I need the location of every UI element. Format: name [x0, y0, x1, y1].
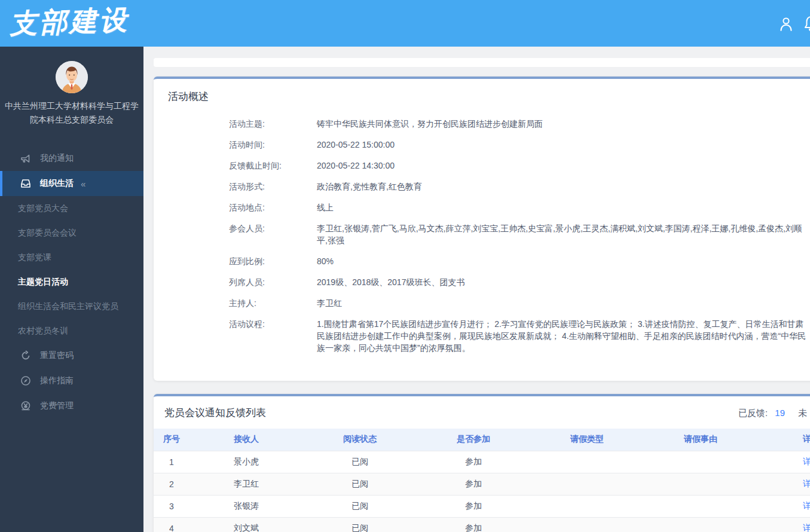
submenu-item-rural-winter-training[interactable]: 农村党员冬训 [0, 319, 143, 343]
main-content: 活动概述 活动主题: 铸牢中华民族共同体意识，努力开创民族团结进步创建新局面 活… [143, 47, 810, 532]
submenu-item-committee-meeting[interactable]: 支部委员会会议 [0, 221, 143, 245]
field-value: 李卫红,张银涛,菅广飞,马欣,马文杰,薛立萍,刘宝宝,王帅杰,史宝富,景小虎,王… [317, 222, 809, 246]
inbox-icon [20, 178, 32, 189]
header-cell-read-status: 阅读状态 [303, 429, 417, 451]
field-label: 活动形式: [229, 181, 317, 192]
field-value: 2019级、2018级、2017级班长、团支书 [317, 276, 809, 288]
submenu-item-label: 支部党课 [18, 252, 51, 263]
field-row-feedback-deadline: 反馈截止时间: 2020-05-22 14:30:00 [229, 160, 809, 172]
cell-no: 4 [154, 517, 189, 532]
sidebar: 中共兰州理工大学材料科学与工程学院本科生总支部委员会 我的通知 组织生活 « 支… [0, 47, 143, 532]
org-name: 中共兰州理工大学材料科学与工程学院本科生总支部委员会 [5, 99, 139, 127]
field-value: 线上 [317, 201, 809, 213]
menu-item-label: 党费管理 [40, 400, 74, 411]
field-label: 应到比例: [229, 255, 317, 267]
menu-item-my-notifications[interactable]: 我的通知 [0, 146, 143, 171]
field-label: 列席人员: [229, 276, 317, 288]
submenu-item-label: 组织生活会和民主评议党员 [18, 301, 118, 312]
submenu-item-label: 支部委员会会议 [18, 228, 77, 239]
cell-read-status: 已阅 [303, 495, 417, 517]
field-label: 活动时间: [229, 139, 317, 151]
cell-leave-type [530, 517, 644, 532]
header-cell-detail: 详情 [757, 429, 810, 451]
menu-item-org-life[interactable]: 组织生活 « [0, 171, 143, 196]
cell-attend: 参加 [417, 517, 530, 532]
menu-item-user-guide[interactable]: 操作指南 [0, 368, 143, 393]
submenu-item-branch-member-meeting[interactable]: 支部党员大会 [0, 196, 143, 221]
submenu-item-label: 主题党日活动 [18, 277, 68, 288]
collapse-icon[interactable]: « [81, 179, 84, 189]
field-row-time: 活动时间: 2020-05-22 15:00:00 [229, 139, 809, 151]
cell-receiver: 张银涛 [189, 495, 303, 517]
cell-receiver: 景小虎 [189, 451, 303, 473]
user-icon[interactable] [779, 16, 793, 33]
feedback-pending-label: 未 [798, 408, 807, 418]
table-row: 1 景小虎 已阅 参加 详情 [154, 451, 810, 473]
header-cell-leave-type: 请假类型 [530, 429, 644, 451]
submenu-item-branch-lecture[interactable]: 支部党课 [0, 245, 143, 270]
detail-link[interactable]: 详情 [803, 501, 810, 510]
overview-fields: 活动主题: 铸牢中华民族共同体意识，努力开创民族团结进步创建新局面 活动时间: … [168, 118, 809, 354]
feedback-done-label: 已反馈: [738, 408, 768, 418]
app-header: 支部建设 [0, 0, 810, 47]
cell-leave-type [530, 495, 644, 517]
detail-link[interactable]: 详情 [803, 479, 810, 488]
feedback-title: 党员会议通知反馈列表 [154, 406, 810, 420]
field-row-topic: 活动主题: 铸牢中华民族共同体意识，努力开创民族团结进步创建新局面 [229, 118, 809, 130]
table-row: 3 张银涛 已阅 参加 详情 [154, 495, 810, 517]
header-cell-no: 序号 [154, 429, 189, 451]
cell-leave-type [530, 451, 644, 473]
table-row: 4 刘文斌 已阅 参加 详情 [154, 517, 810, 532]
cell-attend: 参加 [417, 451, 530, 473]
field-value: 2020-05-22 14:30:00 [317, 160, 809, 172]
avatar [56, 61, 88, 93]
sidebar-menu: 我的通知 组织生活 « 支部党员大会 支部委员会会议 支部党课 主题党日活动 组… [0, 146, 143, 418]
submenu-item-theme-party-day[interactable]: 主题党日活动 [0, 270, 143, 294]
detail-link[interactable]: 详情 [803, 457, 810, 466]
megaphone-icon [20, 153, 32, 164]
field-row-observers: 列席人员: 2019级、2018级、2017级班长、团支书 [229, 276, 809, 288]
menu-item-label: 我的通知 [40, 153, 74, 164]
field-label: 活动议程: [229, 318, 317, 354]
submenu-item-label: 支部党员大会 [18, 203, 68, 214]
field-label: 活动地点: [229, 201, 317, 213]
field-label: 反馈截止时间: [229, 160, 317, 172]
field-label: 主持人: [229, 297, 317, 309]
field-row-host: 主持人: 李卫红 [229, 297, 809, 309]
feedback-stats: 已反馈: 19 未 [738, 408, 807, 419]
cell-receiver: 刘文斌 [189, 517, 303, 532]
app-logo: 支部建设 [9, 2, 130, 43]
menu-item-party-fee[interactable]: 党费管理 [0, 393, 143, 418]
field-value: 1.围绕甘肃省第17个民族团结进步宣传月进行； 2.学习宣传党的民族理论与民族政… [317, 318, 809, 354]
submenu-item-label: 农村党员冬训 [18, 326, 68, 337]
field-value: 李卫红 [317, 297, 809, 309]
bell-icon[interactable] [803, 15, 810, 33]
field-value: 80% [317, 255, 809, 267]
reset-icon [20, 350, 32, 361]
feedback-table: 序号 接收人 阅读状态 是否参加 请假类型 请假事由 详情 1 景小虎 已阅 参… [154, 429, 810, 532]
field-row-attendance-ratio: 应到比例: 80% [229, 255, 809, 267]
cell-leave-reason [644, 495, 757, 517]
detail-link[interactable]: 详情 [803, 523, 810, 532]
breadcrumb-bar [154, 58, 810, 67]
cell-attend: 参加 [417, 495, 530, 517]
header-cell-receiver: 接收人 [189, 429, 303, 451]
field-label: 参会人员: [229, 222, 317, 246]
menu-item-reset-password[interactable]: 重置密码 [0, 343, 143, 368]
field-row-form: 活动形式: 政治教育,党性教育,红色教育 [229, 181, 809, 192]
card-feedback-list: 党员会议通知反馈列表 已反馈: 19 未 序号 接收人 阅读状态 是否参加 请假… [154, 394, 810, 532]
cell-leave-reason [644, 517, 757, 532]
menu-item-label: 重置密码 [40, 350, 74, 361]
cell-attend: 参加 [417, 473, 530, 495]
cell-no: 2 [154, 473, 189, 495]
cell-read-status: 已阅 [303, 517, 417, 532]
field-row-participants: 参会人员: 李卫红,张银涛,菅广飞,马欣,马文杰,薛立萍,刘宝宝,王帅杰,史宝富… [229, 222, 809, 246]
menu-item-label: 操作指南 [40, 375, 74, 386]
card-activity-overview: 活动概述 活动主题: 铸牢中华民族共同体意识，努力开创民族团结进步创建新局面 活… [154, 77, 810, 381]
menu-item-label: 组织生活 [40, 178, 74, 189]
submenu-item-democratic-review[interactable]: 组织生活会和民主评议党员 [0, 294, 143, 319]
cell-read-status: 已阅 [303, 451, 417, 473]
fee-icon [20, 400, 32, 411]
feedback-done-count: 19 [775, 408, 785, 418]
field-label: 活动主题: [229, 118, 317, 130]
